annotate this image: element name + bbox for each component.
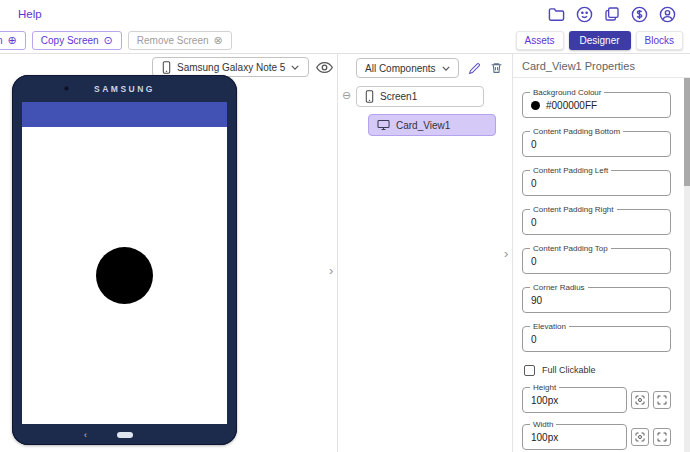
add-screen-button-partial[interactable]: n ⊕ — [0, 31, 26, 50]
home-key — [117, 432, 133, 438]
content-padding-right-input[interactable] — [531, 217, 662, 228]
remove-screen-button[interactable]: Remove Screen ⊗ — [128, 31, 232, 50]
cardview-preview[interactable] — [96, 247, 153, 304]
view-switcher: Assets Designer Blocks — [516, 31, 684, 50]
field-full-clickable: Full Clickable — [524, 364, 671, 376]
phone-icon — [365, 90, 374, 103]
phone-mockup: SAMSUNG ‹ — [12, 75, 237, 445]
screen-toolbar: n ⊕ Copy Screen ⊙ Remove Screen ⊗ Assets… — [0, 28, 690, 54]
field-content-padding-top: Content Padding Top — [522, 248, 671, 274]
account-icon[interactable] — [659, 6, 676, 23]
top-bar: Help — [0, 0, 690, 28]
cardview-icon — [377, 119, 390, 131]
copy-screen-label: Copy Screen — [41, 35, 99, 46]
tree-node-label: Screen1 — [380, 91, 417, 102]
expand-icon — [656, 394, 668, 406]
full-clickable-checkbox[interactable] — [524, 365, 535, 376]
device-selector[interactable]: Samsung Galaxy Note 5 — [152, 57, 309, 77]
blocks-button[interactable]: Blocks — [636, 31, 683, 50]
field-label: Content Padding Right — [530, 205, 617, 214]
viewer-collapse-handle[interactable]: › — [329, 264, 333, 277]
height-input[interactable] — [531, 395, 618, 406]
back-key-icon: ‹ — [84, 430, 87, 440]
viewer-panel: Samsung Galaxy Note 5 SAMSUNG ‹ — [0, 54, 338, 452]
monetization-icon[interactable] — [631, 6, 648, 23]
delete-trash-icon[interactable] — [490, 61, 503, 75]
components-filter-dropdown[interactable]: All Components — [356, 58, 459, 78]
components-filter-label: All Components — [365, 63, 436, 74]
top-icon-group — [548, 6, 676, 23]
component-tree-panel: All Components ⊖ Screen1 Card_View1 — [338, 54, 513, 452]
field-height-row: Height — [522, 387, 671, 413]
add-circle-icon: ⊕ — [8, 35, 17, 46]
tree-node-cardview-row: Card_View1 — [356, 114, 512, 136]
support-icon[interactable] — [576, 6, 593, 23]
copy-circle-icon: ⊙ — [104, 35, 113, 46]
add-screen-label-fragment: n — [0, 35, 3, 46]
remove-screen-label: Remove Screen — [137, 35, 209, 46]
height-automatic-button[interactable] — [631, 391, 649, 409]
screen-content — [22, 127, 227, 424]
field-height: Height — [522, 387, 627, 413]
field-label: Content Padding Left — [530, 166, 611, 175]
field-label: Corner Radius — [530, 283, 588, 292]
help-link[interactable]: Help — [18, 8, 42, 20]
collapse-node-icon[interactable]: ⊖ — [342, 90, 351, 101]
field-elevation: Elevation — [522, 326, 671, 352]
device-selector-label: Samsung Galaxy Note 5 — [177, 62, 285, 73]
field-label: Content Padding Bottom — [530, 127, 623, 136]
center-focus-icon — [634, 394, 646, 406]
content-padding-left-input[interactable] — [531, 178, 662, 189]
chevron-down-icon — [442, 66, 450, 71]
phone-screen-preview — [22, 102, 227, 424]
screen-titlebar — [22, 102, 227, 127]
field-label: Height — [530, 383, 559, 392]
color-swatch — [531, 101, 540, 110]
properties-list: Background Colour #000000FF Content Padd… — [513, 79, 684, 452]
field-width-row: Width — [522, 424, 671, 450]
tree-node-screen1[interactable]: Screen1 — [356, 86, 484, 107]
designer-button[interactable]: Designer — [569, 31, 631, 50]
phone-brand-label: SAMSUNG — [12, 84, 237, 94]
chevron-down-icon — [291, 65, 299, 70]
field-label: Content Padding Top — [530, 244, 611, 253]
properties-panel: Card_View1 Properties Background Colour … — [513, 54, 690, 452]
properties-title: Card_View1 Properties — [513, 54, 690, 78]
field-width: Width — [522, 424, 627, 450]
scrollbar-thumb[interactable] — [684, 78, 690, 186]
width-input[interactable] — [531, 432, 618, 443]
folder-icon[interactable] — [548, 7, 565, 22]
full-clickable-label: Full Clickable — [542, 365, 596, 375]
field-content-padding-left: Content Padding Left — [522, 170, 671, 196]
corner-radius-input[interactable] — [531, 295, 662, 306]
screen-actions: n ⊕ Copy Screen ⊙ Remove Screen ⊗ — [0, 31, 232, 50]
width-automatic-button[interactable] — [631, 428, 649, 446]
tree-node-label: Card_View1 — [396, 120, 450, 131]
field-content-padding-right: Content Padding Right — [522, 209, 671, 235]
phone-icon — [162, 61, 171, 74]
content-padding-top-input[interactable] — [531, 256, 662, 267]
tree-header: All Components — [356, 57, 512, 79]
templates-icon[interactable] — [604, 6, 620, 22]
content-padding-bottom-input[interactable] — [531, 139, 662, 150]
height-fill-parent-button[interactable] — [653, 391, 671, 409]
rename-pencil-icon[interactable] — [468, 62, 481, 75]
tree-node-cardview[interactable]: Card_View1 — [368, 114, 496, 136]
field-label: Width — [530, 420, 556, 429]
elevation-input[interactable] — [531, 334, 662, 345]
field-label: Elevation — [530, 322, 569, 331]
remove-circle-icon: ⊗ — [214, 35, 223, 46]
copy-screen-button[interactable]: Copy Screen ⊙ — [32, 31, 122, 50]
eye-icon[interactable] — [316, 61, 333, 74]
expand-icon — [656, 431, 668, 443]
field-label: Background Colour — [530, 88, 604, 97]
assets-button[interactable]: Assets — [516, 31, 564, 50]
field-background-colour: Background Colour #000000FF — [522, 92, 671, 118]
width-fill-parent-button[interactable] — [653, 428, 671, 446]
properties-scrollbar[interactable] — [684, 78, 690, 452]
field-content-padding-bottom: Content Padding Bottom — [522, 131, 671, 157]
center-focus-icon — [634, 431, 646, 443]
tree-node-screen1-row: ⊖ Screen1 — [356, 86, 512, 107]
background-colour-picker[interactable]: #000000FF — [531, 100, 597, 111]
main-area: Samsung Galaxy Note 5 SAMSUNG ‹ › › — [0, 54, 690, 452]
